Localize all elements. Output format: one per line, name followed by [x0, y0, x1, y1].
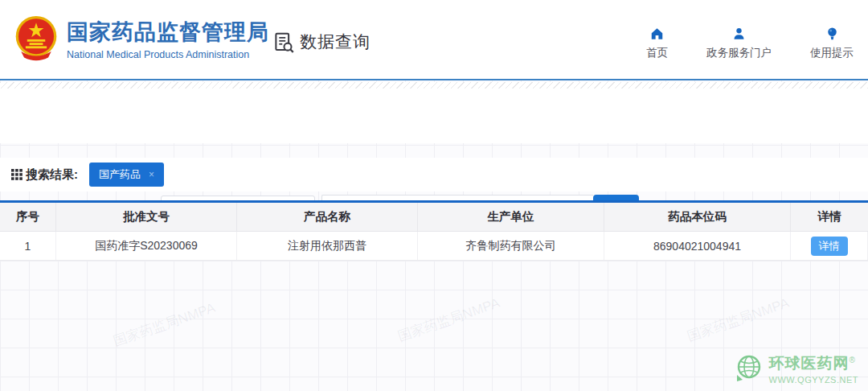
table-header-row: 序号 批准文号 产品名称 生产单位 药品本位码 详情	[0, 203, 868, 232]
nav-usage-tips[interactable]: 使用提示	[810, 27, 854, 60]
cell-manufacturer: 齐鲁制药有限公司	[418, 232, 604, 260]
site-logo-text: 环球医药网® WWW.QGYYZS.NET	[769, 353, 859, 385]
document-search-icon	[273, 31, 295, 53]
filter-tag-close-icon[interactable]: ×	[149, 169, 154, 180]
col-header-product-name: 产品名称	[237, 203, 418, 231]
cell-approval-no: 国药准字S20230069	[56, 232, 237, 260]
col-header-drug-code: 药品本位码	[604, 203, 791, 231]
home-icon	[649, 27, 665, 41]
nmpa-watermark: 国家药监局NMPA	[395, 294, 502, 346]
results-bar: 搜索结果: 国产药品 ×	[0, 158, 868, 191]
cell-product-name: 注射用依那西普	[237, 232, 418, 260]
nav-home-label: 首页	[646, 46, 668, 60]
nav-home[interactable]: 首页	[646, 27, 668, 60]
registered-mark: ®	[850, 355, 856, 364]
globe-icon	[732, 352, 764, 385]
page: 国家药品监督管理局 National Medical Products Admi…	[0, 0, 868, 391]
data-query-label: 数据查询	[300, 31, 371, 53]
results-label: 搜索结果:	[11, 167, 78, 183]
results-filter-tag-label: 国产药品	[99, 167, 141, 182]
site-url: WWW.QGYYZS.NET	[769, 375, 859, 385]
cell-index: 1	[0, 232, 56, 260]
nmpa-logo[interactable]: 国家药品监督管理局 National Medical Products Admi…	[12, 14, 269, 64]
nmpa-watermark: 国家药监局NMPA	[111, 298, 218, 351]
logo-title: 国家药品监督管理局	[67, 18, 269, 47]
nmpa-watermark: 国家药监局NMPA	[685, 294, 792, 346]
table-row: 1 国药准字S20230069 注射用依那西普 齐鲁制药有限公司 8690402…	[0, 232, 868, 261]
hatch-divider	[0, 82, 868, 88]
cell-drug-code: 86904021004941	[604, 232, 791, 260]
col-header-manufacturer: 生产单位	[418, 203, 604, 231]
header: 国家药品监督管理局 National Medical Products Admi…	[0, 0, 868, 80]
results-label-text: 搜索结果:	[26, 167, 78, 183]
results-table: 序号 批准文号 产品名称 生产单位 药品本位码 详情 1 国药准字S202300…	[0, 200, 868, 261]
nav-gov-portal-label: 政务服务门户	[706, 46, 772, 60]
logo-subtitle: National Medical Products Administration	[67, 49, 269, 60]
nav-usage-tips-label: 使用提示	[810, 46, 854, 60]
grid-icon	[11, 169, 23, 180]
col-header-detail: 详情	[791, 203, 868, 231]
col-header-index: 序号	[0, 203, 56, 231]
bulb-icon	[825, 27, 840, 41]
col-header-approval-no: 批准文号	[56, 203, 237, 231]
detail-button[interactable]: 详情	[811, 237, 848, 256]
site-name: 环球医药网®	[769, 353, 859, 374]
search-section: 国产药品 ✕ ⌄ 高级搜索	[0, 88, 868, 143]
nav-gov-portal[interactable]: 政务服务门户	[706, 27, 772, 60]
data-query-title: 数据查询	[273, 31, 371, 53]
top-nav: 首页 政务服务门户 使用提示	[608, 27, 854, 60]
logo-text: 国家药品监督管理局 National Medical Products Admi…	[67, 18, 269, 60]
user-icon	[731, 27, 747, 41]
national-emblem-icon	[12, 14, 60, 64]
results-filter-tag[interactable]: 国产药品 ×	[89, 163, 164, 187]
site-watermark-logo: 环球医药网® WWW.QGYYZS.NET	[732, 352, 859, 385]
